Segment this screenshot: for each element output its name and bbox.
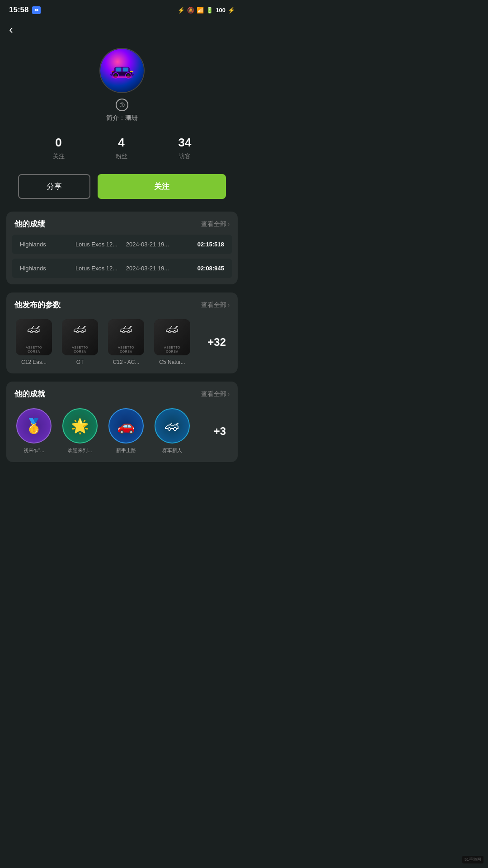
achievements-grid: 🥇 初来乍"... 🌟 欢迎来到... 🚗 新手上路 🏎 赛车新人 +3 (6, 405, 238, 462)
params-view-all[interactable]: 查看全部 › (201, 301, 230, 309)
achievement-badge-4: 🏎 (155, 408, 190, 443)
param-item-1[interactable]: 🏎 ASSETTOCORSA C12 Eas... (14, 319, 54, 365)
user-level-badge: ① (116, 99, 128, 111)
performance-row-1[interactable]: Highlands Lotus Exos 12... 2024-03-21 19… (12, 235, 232, 254)
svg-point-12 (111, 71, 113, 72)
stat-fans: 4 粉丝 (116, 136, 127, 160)
svg-rect-3 (116, 67, 121, 71)
battery-icon: 🔋 (206, 7, 213, 14)
perf-car-1: Lotus Exos 12... (71, 241, 122, 248)
achievement-label-1: 初来乍"... (15, 447, 52, 454)
action-buttons: 分享 关注 (9, 174, 235, 199)
param-label-4: C5 Natur... (154, 359, 190, 365)
achievement-badge-2: 🌟 (62, 408, 98, 443)
achievements-title: 他的成就 (14, 389, 45, 399)
visitors-count: 34 (178, 136, 192, 150)
bluetooth-icon: ⚡ (178, 7, 185, 14)
usb-icon: ⇔ (32, 6, 41, 14)
share-button[interactable]: 分享 (18, 174, 90, 199)
achievement-label-4: 赛车新人 (154, 447, 191, 454)
param-item-3[interactable]: 🏎 ASSETTOCORSA C12 - AC... (106, 319, 146, 365)
param-item-4[interactable]: 🏎 ASSETTOCORSA C5 Natur... (152, 319, 192, 365)
fans-count: 4 (118, 136, 124, 150)
svg-point-11 (130, 71, 133, 72)
follow-button[interactable]: 关注 (98, 174, 226, 199)
params-more-count: +32 (207, 336, 230, 349)
achievement-badge-1: 🥇 (16, 408, 52, 443)
perf-date-1: 2024-03-21 19... (122, 241, 173, 248)
achievement-label-2: 欢迎来到... (61, 447, 99, 454)
achievements-section: 他的成就 查看全部 › 🥇 初来乍"... 🌟 欢迎来到... 🚗 新手上路 🏎… (6, 382, 238, 462)
performance-view-all[interactable]: 查看全部 › (201, 220, 230, 228)
svg-rect-4 (123, 67, 128, 71)
mute-icon: 🔕 (187, 7, 194, 14)
chevron-right-icon: › (228, 221, 230, 227)
status-bar: 15:58 ⇔ ⚡ 🔕 📶 🔋 100 ⚡ (0, 0, 244, 18)
params-section: 他发布的参数 查看全部 › 🏎 ASSETTOCORSA C12 Eas... … (6, 292, 238, 373)
stat-following: 0 关注 (53, 136, 65, 160)
performance-title: 他的成绩 (14, 219, 45, 229)
profile-section: ① 简介：珊珊 0 关注 4 粉丝 34 访客 分享 关注 (0, 39, 244, 203)
perf-car-2: Lotus Exos 12... (71, 265, 122, 272)
chevron-right-icon-2: › (228, 302, 230, 308)
achievements-header: 他的成就 查看全部 › (6, 382, 238, 405)
perf-time-2: 02:08:945 (173, 265, 224, 272)
performance-section: 他的成绩 查看全部 › Highlands Lotus Exos 12... 2… (6, 212, 238, 284)
stat-visitors: 34 访客 (178, 136, 192, 160)
param-label-1: C12 Eas... (16, 359, 52, 365)
params-title: 他发布的参数 (14, 300, 61, 310)
avatar-image (100, 49, 144, 92)
achievement-item-2[interactable]: 🌟 欢迎来到... (60, 408, 100, 454)
svg-point-10 (113, 76, 131, 78)
following-label: 关注 (53, 152, 65, 160)
perf-track-1: Highlands (20, 241, 71, 248)
achievement-item-4[interactable]: 🏎 赛车新人 (152, 408, 192, 454)
visitors-label: 访客 (179, 152, 191, 160)
achievement-badge-3: 🚗 (108, 408, 144, 443)
perf-time-1: 02:15:518 (173, 241, 224, 248)
back-button[interactable]: ‹ (0, 18, 22, 39)
param-thumb-4: 🏎 ASSETTOCORSA (154, 319, 190, 355)
achievement-item-3[interactable]: 🚗 新手上路 (106, 408, 146, 454)
perf-track-2: Highlands (20, 265, 71, 272)
achievements-more-count: +3 (214, 425, 230, 438)
performance-header: 他的成绩 查看全部 › (6, 212, 238, 235)
user-bio: 简介：珊珊 (106, 114, 138, 122)
stats-row: 0 关注 4 粉丝 34 访客 (9, 127, 235, 170)
charging-icon: ⚡ (228, 7, 235, 14)
param-item-2[interactable]: 🏎 ASSETTOCORSA GT (60, 319, 100, 365)
param-thumb-3: 🏎 ASSETTOCORSA (108, 319, 144, 355)
achievements-view-all[interactable]: 查看全部 › (201, 390, 230, 398)
achievement-item-1[interactable]: 🥇 初来乍"... (14, 408, 54, 454)
param-label-3: C12 - AC... (108, 359, 144, 365)
param-thumb-2: 🏎 ASSETTOCORSA (62, 319, 98, 355)
wifi-icon: 📶 (197, 7, 204, 14)
chevron-right-icon-3: › (228, 391, 230, 397)
fans-label: 粉丝 (116, 152, 127, 160)
battery-level: 100 (216, 7, 225, 14)
perf-date-2: 2024-03-21 19... (122, 265, 173, 272)
performance-row-2[interactable]: Highlands Lotus Exos 12... 2024-03-21 19… (12, 259, 232, 278)
params-grid: 🏎 ASSETTOCORSA C12 Eas... 🏎 ASSETTOCORSA… (6, 316, 238, 373)
param-thumb-1: 🏎 ASSETTOCORSA (16, 319, 52, 355)
status-icons: ⚡ 🔕 📶 🔋 100 ⚡ (178, 7, 235, 14)
param-label-2: GT (62, 359, 98, 365)
achievement-label-3: 新手上路 (108, 447, 145, 454)
avatar (99, 48, 145, 93)
params-header: 他发布的参数 查看全部 › (6, 292, 238, 316)
avatar-car-svg (106, 59, 138, 82)
following-count: 0 (55, 136, 61, 150)
status-time: 15:58 (9, 5, 28, 14)
